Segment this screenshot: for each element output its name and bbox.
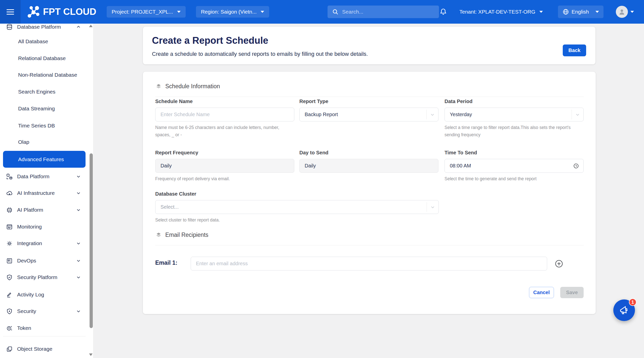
sidebar-item-security-platform[interactable]: Security Platform bbox=[0, 269, 94, 286]
data-period-select[interactable]: Yesterday bbox=[445, 108, 584, 121]
save-button[interactable]: Save bbox=[560, 287, 584, 298]
logo-text: FPT CLOUD bbox=[43, 7, 96, 17]
form-actions: Cancel Save bbox=[529, 287, 584, 298]
email-1-label: Email 1: bbox=[155, 259, 177, 266]
schedule-name-input[interactable] bbox=[155, 108, 294, 121]
chevron-down-icon bbox=[76, 191, 81, 195]
chevron-down-icon bbox=[430, 112, 435, 117]
sidebar-item-token[interactable]: Token bbox=[0, 320, 94, 336]
search-input[interactable] bbox=[342, 9, 434, 15]
sidebar-item-label: Non-Relational Database bbox=[18, 72, 77, 78]
sidebar-item-activity-log[interactable]: Activity Log bbox=[0, 286, 94, 303]
avatar bbox=[616, 6, 628, 18]
chevron-down-icon bbox=[76, 275, 81, 280]
report-frequency-field: Report Frequency Frequency of report del… bbox=[155, 150, 294, 173]
sidebar-item-ai-platform[interactable]: AI AI Platform bbox=[0, 202, 94, 218]
sidebar-item-security[interactable]: Security bbox=[0, 303, 94, 320]
sidebar-scrollbar-thumb[interactable] bbox=[90, 153, 93, 328]
chevron-down-icon bbox=[261, 11, 264, 13]
database-icon bbox=[6, 24, 13, 30]
fpt-cloud-logo-icon bbox=[26, 5, 41, 19]
time-to-send-input[interactable] bbox=[445, 159, 584, 173]
search-icon bbox=[332, 9, 339, 15]
chevron-down-icon bbox=[76, 258, 81, 263]
sidebar-item-devops[interactable]: DevOps bbox=[0, 252, 94, 269]
sidebar-item-data-platform[interactable]: Data Platform bbox=[0, 168, 94, 185]
tenant-selector[interactable]: Tenant: XPLAT-DEV-TEST-ORG bbox=[459, 9, 543, 15]
layers-icon bbox=[155, 83, 162, 90]
day-to-send-input bbox=[299, 159, 438, 173]
region-selector[interactable]: Region: Saigon (Vietn... bbox=[196, 6, 269, 18]
select-separator bbox=[427, 202, 427, 212]
sidebar-item-search-engines[interactable]: Search Engines bbox=[0, 83, 94, 100]
notification-bell-icon[interactable] bbox=[439, 8, 448, 16]
sidebar-scroll-up-icon[interactable] bbox=[89, 25, 93, 27]
sidebar-item-data-streaming[interactable]: Data Streaming bbox=[0, 100, 94, 117]
cancel-button[interactable]: Cancel bbox=[529, 287, 554, 298]
chevron-up-icon bbox=[76, 25, 81, 29]
database-cluster-hint: Select cluster to filter report data. bbox=[155, 216, 220, 224]
report-frequency-label: Report Frequency bbox=[155, 150, 294, 156]
shield-check-icon bbox=[6, 274, 13, 281]
sidebar-item-time-series-db[interactable]: Time Series DB bbox=[0, 117, 94, 134]
database-cluster-select[interactable]: Select... bbox=[155, 200, 439, 214]
user-menu[interactable] bbox=[616, 6, 634, 18]
top-navbar: FPT CLOUD Project: PROJECT_XPL... Region… bbox=[0, 0, 644, 24]
announcements-fab[interactable]: 1 bbox=[613, 299, 635, 321]
page-subtitle: Create a schedule to automatically send … bbox=[152, 51, 368, 57]
project-selector[interactable]: Project: PROJECT_XPL... bbox=[107, 6, 186, 18]
select-separator bbox=[426, 110, 427, 119]
chevron-down-icon bbox=[630, 11, 634, 13]
add-email-icon[interactable] bbox=[555, 259, 563, 268]
sidebar-item-label: Security bbox=[17, 308, 36, 314]
sidebar-item-relational-database[interactable]: Relational Database bbox=[0, 50, 94, 67]
database-cluster-field: Database Cluster Select... Select cluste… bbox=[155, 191, 439, 214]
time-to-send-hint: Select the time to generate and send the… bbox=[445, 175, 537, 183]
report-type-select[interactable]: Backup Report bbox=[299, 108, 438, 121]
schedule-name-field: Schedule Name Name must be 6-25 characte… bbox=[155, 99, 294, 121]
fpt-cloud-logo: FPT CLOUD bbox=[26, 5, 96, 19]
token-icon bbox=[6, 325, 13, 332]
email-1-input[interactable] bbox=[191, 257, 547, 271]
sidebar-item-object-storage[interactable]: Object Storage bbox=[0, 341, 94, 357]
navbar-right-cluster: Tenant: XPLAT-DEV-TEST-ORG English bbox=[439, 6, 644, 18]
sidebar-item-olap[interactable]: Olap bbox=[0, 134, 94, 150]
clock-icon[interactable] bbox=[573, 163, 579, 169]
schedule-information-section-header: Schedule Information bbox=[155, 83, 220, 90]
section-title: Email Recipients bbox=[165, 232, 208, 238]
region-selector-label: Region: Saigon (Vietn... bbox=[201, 9, 257, 15]
select-separator bbox=[572, 110, 572, 119]
sidebar-item-monitoring[interactable]: Monitoring bbox=[0, 218, 94, 235]
report-schedule-form-card: Schedule Information Schedule Name Name … bbox=[143, 72, 596, 314]
sidebar-item-advanced-features[interactable]: Advanced Features bbox=[3, 151, 86, 168]
chevron-down-icon bbox=[76, 309, 81, 314]
sidebar-item-label: Token bbox=[17, 325, 31, 331]
report-frequency-hint: Frequency of report delivery via email. bbox=[155, 175, 230, 183]
time-to-send-field: Time To Send Select the time to generate… bbox=[445, 150, 584, 173]
ai-chip-icon: AI bbox=[6, 207, 13, 213]
data-platform-icon bbox=[6, 173, 13, 180]
sidebar-item-non-relational-database[interactable]: Non-Relational Database bbox=[0, 67, 94, 83]
back-button[interactable]: Back bbox=[563, 44, 586, 56]
main-content: Create a Report Schedule Create a schedu… bbox=[94, 24, 644, 358]
sidebar-item-label: Search Engines bbox=[18, 89, 55, 95]
sidebar-toggle-button[interactable] bbox=[0, 0, 21, 24]
chevron-down-icon bbox=[575, 112, 580, 117]
pen-icon bbox=[6, 291, 13, 298]
sidebar-item-all-database[interactable]: All Database bbox=[0, 33, 94, 50]
notification-badge: 1 bbox=[629, 298, 636, 306]
sidebar-item-label: AI Infrastructure bbox=[17, 190, 55, 196]
chevron-down-icon bbox=[430, 205, 435, 209]
sidebar-item-label: Database Platform bbox=[17, 24, 61, 30]
language-selector[interactable]: English bbox=[558, 6, 603, 18]
sidebar-scroll-down-icon[interactable] bbox=[89, 353, 93, 356]
object-storage-icon bbox=[6, 346, 13, 352]
email-recipients-section-header: Email Recipients bbox=[155, 232, 208, 238]
project-selector-label: Project: PROJECT_XPL... bbox=[112, 9, 173, 15]
language-label: English bbox=[572, 9, 589, 15]
megaphone-icon bbox=[618, 304, 630, 316]
sidebar-item-ai-infrastructure[interactable]: AI Infrastructure bbox=[0, 185, 94, 201]
menu-icon bbox=[7, 9, 14, 15]
sidebar-item-integration[interactable]: API Integration bbox=[0, 235, 94, 252]
chevron-down-icon bbox=[595, 11, 599, 13]
